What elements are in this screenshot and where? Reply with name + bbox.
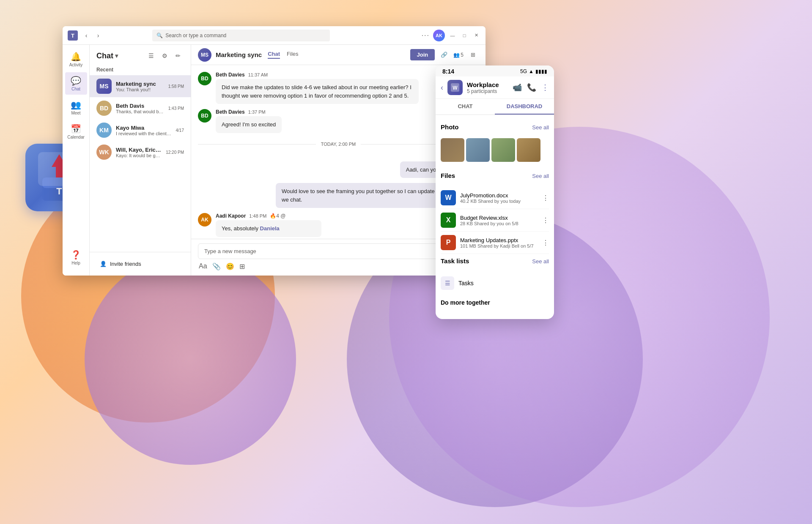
join-button[interactable]: Join (410, 49, 435, 60)
msg-time-1: 11:37 AM (248, 72, 268, 77)
file-item-budget[interactable]: X Budget Review.xlsx 28 KB Shared by you… (441, 209, 549, 232)
svg-text:T: T (56, 186, 62, 196)
emoji-icon[interactable]: 😊 (226, 262, 234, 270)
invite-label: Invite friends (110, 261, 141, 267)
file-icon-july: W (441, 190, 456, 205)
invite-friends-button[interactable]: 👤 Invite friends (96, 257, 184, 270)
help-icon: ❓ (71, 250, 81, 260)
chat-item-beth[interactable]: BD Beth Davis Thanks, that would be nice… (90, 97, 191, 119)
chat-preview-kayo: I reviewed with the client on Tuesday... (116, 131, 172, 136)
file-name-marketing: Marketing Updates.pptx (460, 237, 538, 243)
mobile-status-icons: 5G ▲ ▮▮▮▮ (520, 68, 547, 74)
format-icon[interactable]: Aa (199, 262, 207, 270)
teams-logo: T (68, 30, 78, 41)
search-bar[interactable]: 🔍 Search or type a command (152, 30, 330, 41)
chat-name-will: Will, Kayo, Eric, +2 (116, 147, 162, 153)
file-info-marketing: Marketing Updates.pptx 101 MB Shared by … (460, 237, 538, 248)
mobile-body[interactable]: Photo See all Files See all W JulyPromot… (436, 115, 554, 309)
bg-circle-purple-left (85, 254, 296, 465)
sidebar-item-chat[interactable]: 💬 Chat (65, 72, 87, 95)
teams-icon: 👥 (71, 100, 81, 110)
sidebar-item-help[interactable]: ❓ Help (65, 246, 87, 269)
sidebar-item-teams[interactable]: 👥 Meet (65, 96, 87, 119)
chat-info-marketing: Marketing sync You: Thank you!! (116, 81, 164, 92)
task-item-tasks[interactable]: ☰ Tasks (441, 272, 549, 294)
msg-header-aadi: Aadi Kapoor 1:48 PM 🔥4 @ (216, 213, 321, 219)
sidebar-label-chat: Chat (71, 87, 80, 91)
file-name-july: JulyPromotion.docx (460, 192, 538, 199)
chat-item-marketing-sync[interactable]: MS Marketing sync You: Thank you!! 1:58 … (90, 75, 191, 97)
mobile-more-icon[interactable]: ⋮ (541, 83, 549, 92)
new-chat-icon[interactable]: ✏ (172, 50, 184, 62)
nav-back[interactable]: ‹ (81, 30, 91, 41)
settings-icon[interactable]: ⚙ (159, 50, 170, 62)
tab-chat[interactable]: Chat (268, 51, 280, 59)
mobile-app-icon: W (447, 80, 463, 95)
mobile-wifi-icon: ▲ (529, 68, 534, 74)
photo-see-all[interactable]: See all (532, 124, 549, 131)
sidebar-item-activity[interactable]: 🔔 Activity (65, 48, 87, 71)
chat-info-kayo: Kayo Miwa I reviewed with the client on … (116, 125, 172, 136)
chat-item-kayo[interactable]: KM Kayo Miwa I reviewed with the client … (90, 119, 191, 141)
tab-files[interactable]: Files (287, 51, 298, 59)
search-placeholder-text: Search or type a command (165, 33, 226, 38)
chat-info-beth: Beth Davis Thanks, that would be nice. (116, 103, 164, 114)
user-avatar[interactable]: AK (433, 30, 445, 41)
close-button[interactable]: ✕ (472, 31, 480, 40)
msg-bubble-2: Agreed! I'm so excited (216, 116, 282, 133)
sidebar-item-calendar[interactable]: 📅 Calendar (65, 120, 87, 143)
attach-icon[interactable]: 📎 (212, 262, 221, 270)
task-see-all[interactable]: See all (532, 258, 549, 265)
chat-avatar-will: WK (96, 145, 112, 160)
invite-icon: 👤 (100, 261, 107, 267)
mobile-tabs: CHAT DASHBORAD (436, 99, 554, 115)
msg-bubble-aadi: Yes, absolutely Daniela (216, 220, 321, 237)
chat-name-kayo: Kayo Miwa (116, 125, 172, 131)
file-item-marketing[interactable]: P Marketing Updates.pptx 101 MB Shared b… (441, 232, 549, 254)
search-icon: 🔍 (156, 33, 163, 38)
msg-name-2: Beth Davies (216, 109, 245, 115)
chat-item-will[interactable]: WK Will, Kayo, Eric, +2 Kayo: It would b… (90, 141, 191, 163)
file-info-budget: Budget Review.xlsx 28 KB Shared by you o… (460, 215, 538, 226)
filter-icon[interactable]: ☰ (145, 50, 157, 62)
chat-header-tabs: Chat Files (268, 51, 298, 59)
sidebar-label-activity: Activity (69, 63, 83, 67)
msg-avatar-beth1: BD (198, 72, 211, 85)
photo-4 (517, 138, 540, 162)
chat-avatar-beth: BD (96, 101, 112, 116)
link-icon[interactable]: 🔗 (438, 49, 450, 61)
chat-avatar-kayo: KM (96, 123, 112, 138)
mobile-back-button[interactable]: ‹ (441, 83, 443, 92)
chat-header: MS Marketing sync Chat Files Join 🔗 👥 5 … (191, 45, 486, 65)
participants-badge: 👥 5 (453, 52, 464, 58)
mobile-video-icon[interactable]: 📹 (513, 83, 522, 92)
chat-list-title: Chat ▾ (96, 52, 118, 60)
mobile-signal: 5G (520, 68, 527, 74)
msg-content-1: Beth Davies 11:37 AM Did we make the upd… (216, 72, 419, 104)
chat-name-marketing: Marketing sync (116, 81, 164, 87)
participants-icon: 👥 (453, 52, 460, 58)
mobile-tab-chat[interactable]: CHAT (436, 99, 495, 115)
nav-arrows: ‹ › (81, 30, 103, 41)
chat-icon: 💬 (71, 76, 81, 86)
sidebar-label-calendar: Calendar (67, 135, 85, 139)
file-menu-july[interactable]: ⋮ (542, 194, 549, 202)
maximize-button[interactable]: □ (460, 31, 469, 40)
nav-forward[interactable]: › (93, 30, 103, 41)
more-options[interactable]: ··· (422, 32, 430, 39)
files-see-all[interactable]: See all (532, 173, 549, 179)
more-icon[interactable]: ⊞ (467, 49, 479, 61)
minimize-button[interactable]: — (448, 31, 457, 40)
chat-time-kayo: 4/17 (176, 128, 184, 133)
file-menu-marketing[interactable]: ⋮ (542, 239, 549, 247)
gif-icon[interactable]: ⊞ (239, 262, 245, 270)
mobile-tab-dashboard[interactable]: DASHBORAD (495, 99, 554, 115)
chat-preview-marketing: You: Thank you!! (116, 87, 164, 92)
file-menu-budget[interactable]: ⋮ (542, 216, 549, 224)
chat-name-beth: Beth Davis (116, 103, 164, 109)
mobile-call-icon[interactable]: 📞 (527, 83, 536, 92)
file-item-july[interactable]: W JulyPromotion.docx 40.2 KB Shared by y… (441, 187, 549, 209)
chat-title-text: Chat (96, 52, 113, 60)
task-label-tasks: Tasks (458, 280, 474, 287)
chat-header-avatar: MS (198, 48, 211, 62)
